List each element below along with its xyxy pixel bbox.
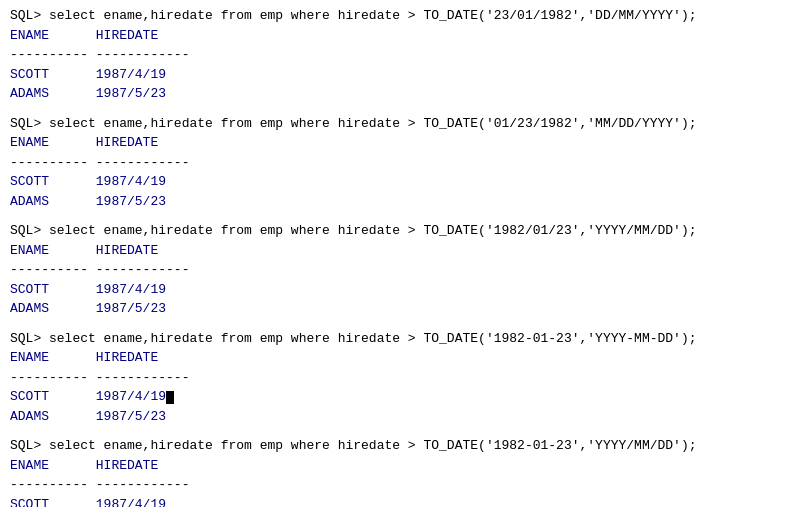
sql-query-1: SQL> select ename,hiredate from emp wher… bbox=[10, 6, 784, 26]
data-row-1-2: ADAMS 1987/5/23 bbox=[10, 84, 784, 104]
sql-query-5: SQL> select ename,hiredate from emp wher… bbox=[10, 436, 784, 456]
data-row-2-2: ADAMS 1987/5/23 bbox=[10, 192, 784, 212]
data-row-1-1: SCOTT 1987/4/19 bbox=[10, 65, 784, 85]
sql-block-1: SQL> select ename,hiredate from emp wher… bbox=[10, 6, 784, 104]
separator-2: ---------- ------------ bbox=[10, 153, 784, 173]
text-cursor bbox=[166, 391, 174, 404]
col-header-4: ENAME HIREDATE bbox=[10, 348, 784, 368]
watermark-logo: 2cto.com bbox=[653, 497, 740, 508]
data-row-3-1: SCOTT 1987/4/19 bbox=[10, 280, 784, 300]
col-header-3: ENAME HIREDATE bbox=[10, 241, 784, 261]
col-header-5: ENAME HIREDATE bbox=[10, 456, 784, 476]
sql-query-4: SQL> select ename,hiredate from emp wher… bbox=[10, 329, 784, 349]
data-row-2-1: SCOTT 1987/4/19 bbox=[10, 172, 784, 192]
separator-1: ---------- ------------ bbox=[10, 45, 784, 65]
sql-block-3: SQL> select ename,hiredate from emp wher… bbox=[10, 221, 784, 319]
sql-block-4: SQL> select ename,hiredate from emp wher… bbox=[10, 329, 784, 427]
sql-block-2: SQL> select ename,hiredate from emp wher… bbox=[10, 114, 784, 212]
col-header-1: ENAME HIREDATE bbox=[10, 26, 784, 46]
watermark: 2cto.com 红黑联盟 bbox=[653, 497, 784, 508]
separator-3: ---------- ------------ bbox=[10, 260, 784, 280]
separator-5: ---------- ------------ bbox=[10, 475, 784, 495]
data-row-4-1: SCOTT 1987/4/19 bbox=[10, 387, 784, 407]
sql-query-2: SQL> select ename,hiredate from emp wher… bbox=[10, 114, 784, 134]
col-header-2: ENAME HIREDATE bbox=[10, 133, 784, 153]
data-row-3-2: ADAMS 1987/5/23 bbox=[10, 299, 784, 319]
sql-query-3: SQL> select ename,hiredate from emp wher… bbox=[10, 221, 784, 241]
separator-4: ---------- ------------ bbox=[10, 368, 784, 388]
data-row-4-2: ADAMS 1987/5/23 bbox=[10, 407, 784, 427]
terminal-window: SQL> select ename,hiredate from emp wher… bbox=[0, 0, 794, 507]
